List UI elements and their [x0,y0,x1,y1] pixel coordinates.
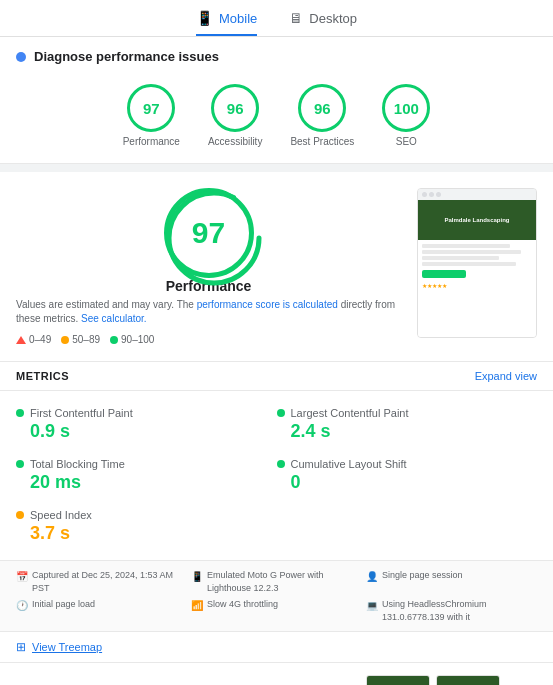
desktop-icon: 🖥 [289,10,303,26]
info-emulated: 📱 Emulated Moto G Power with Lighthouse … [191,569,362,594]
thumb-dot-3 [436,192,441,197]
info-chromium-text: Using HeadlessChromium 131.0.6778.139 wi… [382,598,537,623]
metric-tbt: Total Blocking Time 20 ms [16,450,277,501]
score-label-accessibility: Accessibility [208,136,262,147]
score-seo[interactable]: 100 SEO [382,84,430,147]
thumb-dot-2 [429,192,434,197]
info-session: 👤 Single page session [366,569,537,594]
treemap-link[interactable]: View Treemap [32,641,102,653]
score-ring-svg [164,188,264,288]
user-icon: 👤 [366,570,378,584]
score-circle-best-practices: 96 [298,84,346,132]
info-throttling-text: Slow 4G throttling [207,598,278,611]
tab-desktop-label: Desktop [309,11,357,26]
score-label-best-practices: Best Practices [290,136,354,147]
legend-triangle-icon [16,336,26,344]
metric-lcp-value: 2.4 s [277,421,538,442]
thumb-dot-1 [422,192,427,197]
score-label-performance: Performance [123,136,180,147]
legend-red: 0–49 [16,334,51,345]
thumb-topbar [418,189,536,200]
metric-lcp-name-row: Largest Contentful Paint [277,407,538,419]
metric-cls: Cumulative Layout Shift 0 [277,450,538,501]
metric-tbt-value: 20 ms [16,472,277,493]
thumb-line-3 [422,256,499,260]
expand-view-link[interactable]: Expand view [475,370,537,382]
metric-fcp: First Contentful Paint 0.9 s [16,399,277,450]
clock-icon: 🕐 [16,599,28,613]
tab-mobile-label: Mobile [219,11,257,26]
metric-lcp: Largest Contentful Paint 2.4 s [277,399,538,450]
info-chromium: 💻 Using HeadlessChromium 131.0.6778.139 … [366,598,537,623]
scores-row: 97 Performance 96 Accessibility 96 Best … [0,72,553,164]
tab-desktop[interactable]: 🖥 Desktop [289,10,357,36]
metrics-header: METRICS Expand view [0,362,553,391]
metric-fcp-value: 0.9 s [16,421,277,442]
page-title: Diagnose performance issues [34,49,219,64]
laptop-icon: 💻 [366,599,378,613]
thumb-line-2 [422,250,521,254]
thumb-content: Palmdale Landscaping ★★★★★ [418,200,536,337]
info-captured-text: Captured at Dec 25, 2024, 1:53 AM PST [32,569,187,594]
thumb-line-4 [422,262,516,266]
metric-si: Speed Index 3.7 s [16,501,537,552]
score-accessibility[interactable]: 96 Accessibility [208,84,262,147]
score-performance[interactable]: 97 Performance [123,84,180,147]
thumb-cta-btn [422,270,466,278]
diagnose-dot [16,52,26,62]
metric-cls-dot [277,460,285,468]
score-circle-performance: 97 [127,84,175,132]
perf-desc: Values are estimated and may vary. The p… [16,298,401,326]
phone-icon: 📱 [191,570,203,584]
info-page-load-text: Initial page load [32,598,95,611]
score-label-seo: SEO [396,136,417,147]
thumb-site-name: Palmdale Landscaping [442,215,511,225]
performance-detail-section: 97 Performance Values are estimated and … [0,172,553,362]
metric-cls-value: 0 [277,472,538,493]
metric-lcp-dot [277,409,285,417]
legend-orange-dot [61,336,69,344]
thumb-line-1 [422,244,510,248]
info-throttling: 📶 Slow 4G throttling [191,598,362,623]
legend-orange: 50–89 [61,334,100,345]
tab-mobile[interactable]: 📱 Mobile [196,10,257,36]
thumbnails-row: Palmdale Landscaping Palmdale Landscapin… [0,663,553,685]
diagnose-header: Diagnose performance issues [0,37,553,72]
legend-green: 90–100 [110,334,154,345]
metric-tbt-name-row: Total Blocking Time [16,458,277,470]
big-score-circle: 97 [164,188,254,278]
big-score-wrapper: 97 [16,188,401,278]
metric-lcp-label: Largest Contentful Paint [291,407,409,419]
svg-point-0 [169,193,259,283]
website-thumbnail: Palmdale Landscaping ★★★★★ [417,188,537,338]
info-emulated-text: Emulated Moto G Power with Lighthouse 12… [207,569,362,594]
legend-green-dot [110,336,118,344]
metric-cls-name-row: Cumulative Layout Shift [277,458,538,470]
perf-left: 97 Performance Values are estimated and … [16,188,401,345]
metric-tbt-dot [16,460,24,468]
info-bar: 📅 Captured at Dec 25, 2024, 1:53 AM PST … [0,561,553,632]
metric-si-name-row: Speed Index [16,509,537,521]
thumbnail-colored-1: Palmdale Landscaping [366,675,430,685]
score-best-practices[interactable]: 96 Best Practices [290,84,354,147]
thumbnail-colored-2: Palmdale Landscaping [436,675,500,685]
treemap-row: ⊞ View Treemap [0,632,553,663]
perf-right: Palmdale Landscaping ★★★★★ [417,188,537,345]
thumb-white-content: ★★★★★ [418,240,536,293]
perf-score-link[interactable]: performance score is calculated [197,299,338,310]
info-captured: 📅 Captured at Dec 25, 2024, 1:53 AM PST [16,569,187,594]
score-circle-accessibility: 96 [211,84,259,132]
info-page-load: 🕐 Initial page load [16,598,187,623]
metric-fcp-dot [16,409,24,417]
score-circle-seo: 100 [382,84,430,132]
legend-row: 0–49 50–89 90–100 [16,334,401,345]
treemap-icon: ⊞ [16,640,26,654]
calendar-icon: 📅 [16,570,28,584]
thumb-green-bar: Palmdale Landscaping [418,200,536,240]
metric-si-dot [16,511,24,519]
metrics-title: METRICS [16,370,69,382]
metric-fcp-name-row: First Contentful Paint [16,407,277,419]
metric-si-label: Speed Index [30,509,92,521]
metric-tbt-label: Total Blocking Time [30,458,125,470]
calculator-link[interactable]: See calculator. [81,313,147,324]
